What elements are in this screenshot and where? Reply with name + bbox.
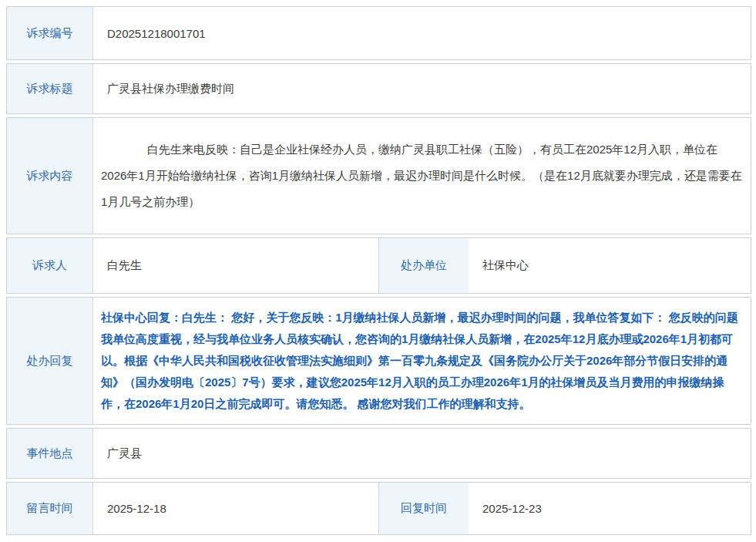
request-title-value: 广灵县社保办理缴费时间 bbox=[93, 64, 751, 113]
row-message-reply-time: 留言时间 2025-12-18 回复时间 2025-12-23 bbox=[6, 482, 751, 535]
row-request-title: 诉求标题 广灵县社保办理缴费时间 bbox=[6, 63, 751, 114]
requester-value: 白先生 bbox=[93, 238, 378, 293]
row-request-content: 诉求内容 白先生来电反映：自己是企业社保经办人员，缴纳广灵县职工社保（五险），有… bbox=[6, 117, 751, 234]
handling-reply-value: 社保中心回复：白先生： 您好，关于您反映：1月缴纳社保人员新增，最迟办理时间的问… bbox=[93, 298, 751, 424]
handling-reply-text: 社保中心回复：白先生： 您好，关于您反映：1月缴纳社保人员新增，最迟办理时间的问… bbox=[101, 307, 743, 415]
handling-unit-value: 社保中心 bbox=[469, 238, 751, 293]
row-requester-handler: 诉求人 白先生 处办单位 社保中心 bbox=[6, 237, 751, 294]
row-handling-reply: 处办回复 社保中心回复：白先生： 您好，关于您反映：1月缴纳社保人员新增，最迟办… bbox=[6, 297, 751, 425]
request-number-value: D20251218001701 bbox=[93, 7, 751, 59]
requester-label: 诉求人 bbox=[7, 238, 93, 293]
request-content-label: 诉求内容 bbox=[7, 118, 93, 234]
event-location-label: 事件地点 bbox=[7, 429, 93, 478]
request-content-text: 白先生来电反映：自己是企业社保经办人员，缴纳广灵县职工社保（五险），有员工在20… bbox=[101, 136, 743, 215]
request-number-label: 诉求编号 bbox=[7, 7, 93, 59]
row-event-location: 事件地点 广灵县 bbox=[6, 428, 751, 479]
reply-time-value: 2025-12-23 bbox=[469, 483, 751, 534]
handling-reply-label: 处办回复 bbox=[7, 298, 93, 424]
complaint-detail-table: 诉求编号 D20251218001701 诉求标题 广灵县社保办理缴费时间 诉求… bbox=[6, 6, 751, 538]
message-time-value: 2025-12-18 bbox=[93, 483, 378, 534]
event-location-value: 广灵县 bbox=[93, 429, 751, 478]
row-request-number: 诉求编号 D20251218001701 bbox=[6, 6, 751, 60]
request-title-label: 诉求标题 bbox=[7, 64, 93, 113]
message-time-label: 留言时间 bbox=[7, 483, 93, 534]
reply-time-label: 回复时间 bbox=[378, 483, 469, 534]
request-content-value: 白先生来电反映：自己是企业社保经办人员，缴纳广灵县职工社保（五险），有员工在20… bbox=[93, 118, 751, 234]
handling-unit-label: 处办单位 bbox=[378, 238, 469, 293]
